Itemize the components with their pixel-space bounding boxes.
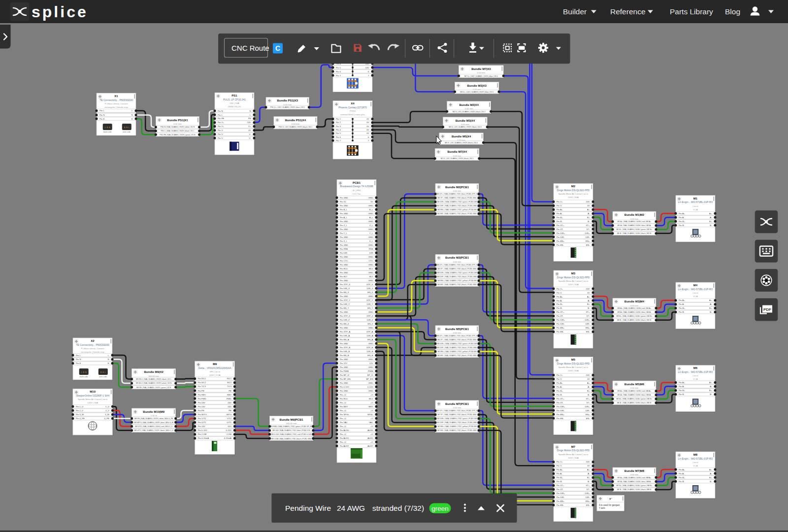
svg-text:Bundle M5|PCB1: Bundle M5|PCB1 bbox=[445, 328, 469, 331]
svg-text:E: E bbox=[131, 118, 133, 120]
svg-text:Pin S/L2: Pin S/L2 bbox=[198, 381, 206, 384]
svg-text:Pin N: Pin N bbox=[218, 110, 223, 112]
svg-text:GND: GND bbox=[368, 236, 373, 238]
svg-text:+V: +V bbox=[370, 409, 373, 412]
svg-text:M7 DIR- | N/A | 24 AWG | 7/32: M7 DIR- | N/A | 24 AWG | 7/32 | black | … bbox=[437, 422, 477, 424]
svg-text:Pin GND: Pin GND bbox=[340, 271, 348, 274]
svg-text:Pin GND: Pin GND bbox=[340, 212, 348, 215]
svg-text:Lin Engin... WO-571BL-01P-RO: Lin Engin... WO-571BL-01P-RO bbox=[678, 457, 713, 460]
svg-text:Pin 1_U: Pin 1_U bbox=[76, 405, 83, 408]
svg-text:Pin E: Pin E bbox=[76, 362, 81, 365]
svg-text:PTFIX: PTFIX bbox=[350, 110, 356, 112]
svg-text:MXT: MXT bbox=[368, 405, 373, 408]
svg-text:Pin L: Pin L bbox=[76, 354, 81, 357]
svg-text:M9 V/T2 | N/A | 16 AWG | 24/00: M9 V/T2 | N/A | 16 AWG | 24/00 | red | M… bbox=[135, 426, 172, 428]
svg-text:HLT: HLT bbox=[369, 275, 373, 278]
svg-text:0V: 0V bbox=[587, 292, 590, 294]
svg-text:StepperOnline GD280F-1 SA4: StepperOnline GD280F-1 SA4 bbox=[76, 394, 109, 397]
svg-text:X4: X4 bbox=[351, 102, 355, 105]
svg-text:Pin 4-20mA: Pin 4-20mA bbox=[198, 437, 209, 439]
svg-text:24V: 24V bbox=[228, 405, 231, 408]
svg-text:Pin XTP_A: Pin XTP_A bbox=[340, 331, 350, 333]
svg-text:GND: GND bbox=[368, 295, 373, 298]
svg-text:M9 PE | N/A | 16 AWG | 19/29 |: M9 PE | N/A | 16 AWG | 19/29 | green | X… bbox=[136, 387, 171, 389]
svg-text:Pin A+: Pin A+ bbox=[679, 468, 685, 471]
svg-text:P, Glass sleeve, Convert: P, Glass sleeve, Convert bbox=[105, 102, 129, 105]
svg-text:10V: 10V bbox=[228, 425, 231, 428]
svg-text:120V | 50A: 120V | 50A bbox=[568, 457, 578, 459]
svg-text:+V: +V bbox=[370, 394, 373, 396]
svg-text:wire side: wire side bbox=[123, 131, 131, 133]
svg-text:XT+: XT+ bbox=[586, 484, 590, 487]
svg-text:Pin W/T3: Pin W/T3 bbox=[198, 413, 207, 416]
svg-text:Pin T/L3: Pin T/L3 bbox=[198, 385, 206, 388]
svg-text:Spindle Motor Air Control | oz: Spindle Motor Air Control | oz-in bbox=[558, 366, 589, 368]
svg-text:XT-: XT- bbox=[587, 228, 590, 231]
svg-text:M1 B- | N/A | 20 AWG | 10/30 |: M1 B- | N/A | 20 AWG | 10/30 | black | M… bbox=[617, 233, 652, 234]
svg-text:0V: 0V bbox=[366, 121, 369, 124]
svg-text:PCB1: PCB1 bbox=[353, 181, 361, 184]
svg-text:GND: GND bbox=[368, 327, 373, 329]
svg-text:Pin 3_W: Pin 3_W bbox=[76, 413, 84, 416]
svg-text:Pin GND: Pin GND bbox=[340, 295, 348, 298]
svg-text:A+: A+ bbox=[587, 468, 590, 471]
svg-text:A is used for ganged: A is used for ganged bbox=[599, 504, 620, 506]
svg-text:V | A: V | A bbox=[693, 208, 698, 211]
svg-text:M9 10V | N/A | 24 AWG | 7/32 |: M9 10V | N/A | 24 AWG | 7/32 | blue | PC… bbox=[272, 430, 310, 432]
svg-text:24V: 24V bbox=[586, 461, 590, 463]
svg-text:Pin CYC: Pin CYC bbox=[340, 260, 348, 262]
svg-text:A-: A- bbox=[710, 303, 712, 305]
svg-text:B-: B- bbox=[588, 220, 590, 223]
svg-text:M9 W/T3 | N/A | 16 AWG | 19/29: M9 W/T3 | N/A | 16 AWG | 19/29 | blue | … bbox=[134, 422, 173, 424]
svg-text:M6: M6 bbox=[693, 366, 698, 369]
svg-text:Pin 0-10V: Pin 0-10V bbox=[198, 429, 207, 432]
svg-text:M1 A- | N/A | 20 AWG | 10/30 |: M1 A- | N/A | 20 AWG | 10/30 | blue | M2… bbox=[618, 225, 652, 227]
svg-text:Pin XT+: Pin XT+ bbox=[557, 484, 564, 487]
svg-text:GND: GND bbox=[368, 279, 373, 282]
svg-text:Pin V+: Pin V+ bbox=[557, 288, 563, 290]
svg-text:terminal block | name plus: terminal block | name plus bbox=[340, 113, 365, 116]
svg-text:Pin GND: Pin GND bbox=[340, 358, 348, 361]
svg-text:V | A: V | A bbox=[693, 465, 698, 467]
svg-text:Pin GND: Pin GND bbox=[340, 244, 348, 246]
svg-text:Pin 6: Pin 6 bbox=[336, 136, 341, 138]
svg-text:Pin A-: Pin A- bbox=[557, 386, 562, 388]
svg-text:C: C bbox=[275, 44, 280, 52]
svg-text:Pin +V: Pin +V bbox=[340, 409, 346, 412]
svg-text:Pin B_L: Pin B_L bbox=[340, 208, 348, 211]
svg-text:B+: B+ bbox=[709, 307, 712, 309]
svg-text:A+: A+ bbox=[709, 212, 712, 215]
svg-text:Pin XT+: Pin XT+ bbox=[557, 398, 564, 400]
svg-text:Pin 5: Pin 5 bbox=[336, 132, 341, 134]
svg-text:B_L: B_L bbox=[369, 208, 373, 211]
svg-text:Pin DIR-: Pin DIR- bbox=[557, 496, 565, 499]
svg-text:Pin AUX1: Pin AUX1 bbox=[340, 437, 349, 439]
svg-text:Pin XTP_Z: Pin XTP_Z bbox=[340, 315, 350, 317]
svg-text:COM: COM bbox=[227, 433, 231, 435]
svg-text:Pin N: Pin N bbox=[76, 358, 81, 361]
svg-text:A+: A+ bbox=[587, 208, 590, 211]
svg-text:Pin GND: Pin GND bbox=[340, 342, 348, 345]
svg-text:DIR_B: DIR_B bbox=[367, 350, 373, 353]
svg-text:Pin 1: Pin 1 bbox=[336, 118, 341, 120]
svg-text:REV: REV bbox=[227, 394, 231, 396]
svg-text:Pin 3: Pin 3 bbox=[336, 125, 341, 128]
svg-text:Pin 10V: Pin 10V bbox=[198, 425, 205, 428]
svg-text:Pin 4_PE: Pin 4_PE bbox=[76, 417, 85, 420]
svg-text:Pin DIR-: Pin DIR- bbox=[557, 323, 565, 325]
svg-text:Pin B-: Pin B- bbox=[557, 480, 562, 483]
svg-text:Dings Motion DS-QLS22-FPD: Dings Motion DS-QLS22-FPD bbox=[557, 189, 590, 192]
svg-text:GND: GND bbox=[368, 311, 373, 313]
svg-text:4L | FR4: 4L | FR4 bbox=[353, 189, 361, 192]
svg-text:EN-: EN- bbox=[586, 331, 590, 333]
svg-text:Pin B+: Pin B+ bbox=[679, 389, 685, 392]
svg-text:Pin VAC: Pin VAC bbox=[340, 421, 348, 424]
svg-text:Pin B-: Pin B- bbox=[679, 224, 685, 227]
svg-text:V/T2: V/T2 bbox=[227, 417, 232, 420]
svg-text:M5 XT- | N/A | 24 AWG | 7/32 |: M5 XT- | N/A | 24 AWG | 7/32 | black | P… bbox=[437, 339, 476, 341]
svg-text:500.00 mm: 500.00 mm bbox=[286, 422, 297, 425]
svg-text:M2: M2 bbox=[571, 185, 576, 188]
svg-text:Pin GND: Pin GND bbox=[340, 327, 348, 329]
svg-text:Pin B+: Pin B+ bbox=[679, 220, 685, 223]
svg-text:4_PE: 4_PE bbox=[104, 417, 109, 420]
